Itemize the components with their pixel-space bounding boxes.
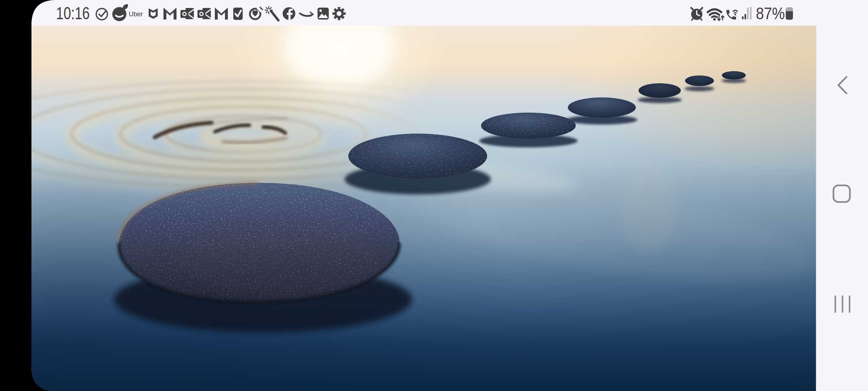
- svg-text:Uber: Uber: [129, 10, 143, 18]
- svg-text:10:16: 10:16: [56, 3, 90, 23]
- svg-text:87%: 87%: [756, 4, 785, 23]
